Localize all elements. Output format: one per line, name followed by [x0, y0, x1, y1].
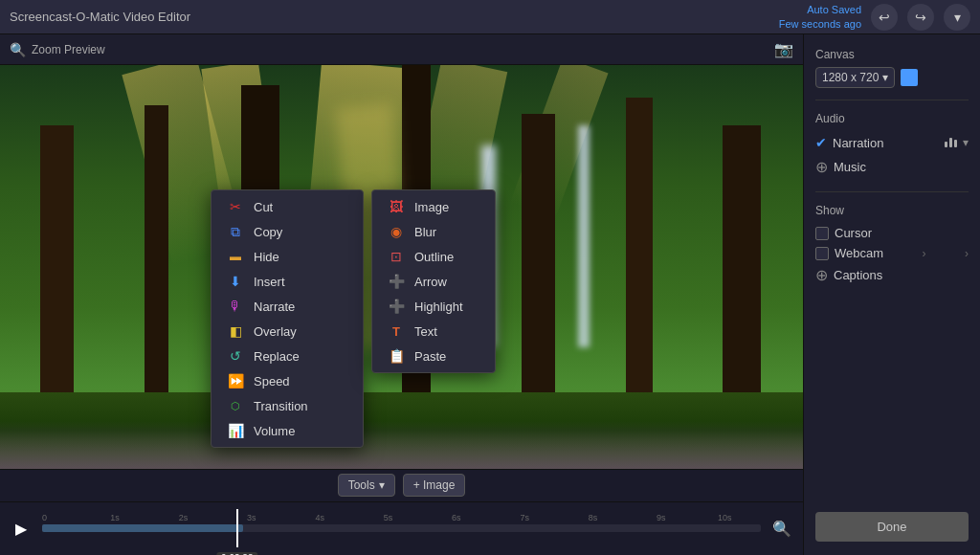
- speed-icon: ⏩: [225, 373, 246, 388]
- menu-item-speed[interactable]: ⏩ Speed: [212, 368, 363, 393]
- blur-label: Blur: [414, 225, 436, 239]
- narration-check: ✔: [815, 135, 827, 150]
- panel-divider-2: [815, 191, 969, 192]
- webcam-row[interactable]: Webcam › ›: [815, 243, 969, 263]
- canvas-chevron: ▾: [882, 71, 888, 84]
- video-area: 🔍 Zoom Preview 📷: [0, 34, 803, 555]
- arrow-icon: ➕: [386, 274, 407, 289]
- captions-row[interactable]: ⊕ Captions: [815, 263, 969, 287]
- speed-label: Speed: [254, 374, 290, 388]
- webcam-checkbox[interactable]: [815, 247, 829, 260]
- flowers: [0, 421, 803, 469]
- menu-item-insert[interactable]: ⬇ Insert: [212, 269, 363, 294]
- tick-4s: 4s: [315, 513, 324, 522]
- audio-section: Audio ✔ Narration ▾ ⊕ Music: [815, 112, 969, 180]
- music-plus: ⊕: [815, 158, 828, 176]
- tick-8s: 8s: [589, 513, 598, 522]
- copy-icon: ⧉: [225, 224, 246, 239]
- right-panel: Canvas 1280 x 720 ▾ Audio ✔ Narration: [803, 34, 980, 555]
- menu-item-replace[interactable]: ↺ Replace: [212, 344, 363, 368]
- captions-plus: ⊕: [815, 266, 828, 284]
- menu-item-copy[interactable]: ⧉ Copy: [212, 219, 363, 244]
- show-section-label: Show: [815, 204, 969, 217]
- tools-label: Tools: [348, 478, 375, 492]
- play-button[interactable]: ▶: [10, 517, 33, 540]
- tick-6s: 6s: [452, 513, 461, 522]
- music-label: Music: [834, 160, 866, 174]
- timeline-track[interactable]: [42, 524, 761, 532]
- submenu-item-arrow[interactable]: ➕ Arrow: [372, 269, 495, 294]
- playhead[interactable]: 0:03.88: [236, 509, 238, 547]
- canvas-color-swatch[interactable]: [901, 69, 918, 86]
- tick-2s: 2s: [179, 513, 189, 522]
- tick-5s: 5s: [384, 513, 393, 522]
- menu-item-hide[interactable]: ▬ Hide: [212, 244, 363, 269]
- autosaved-info: Auto Saved Few seconds ago: [779, 3, 861, 31]
- paste-icon: 📋: [386, 348, 407, 364]
- audio-bar-3: [954, 140, 957, 147]
- menu-button[interactable]: ▾: [944, 4, 970, 31]
- tick-10s: 10s: [718, 513, 732, 522]
- submenu-item-highlight[interactable]: ➕ Highlight: [372, 294, 495, 319]
- submenu: 🖼 Image ◉ Blur ⊡ Outline ➕ Arrow ➕ Hi: [371, 189, 496, 373]
- autosaved-time: Few seconds ago: [779, 17, 861, 31]
- hide-icon: ▬: [225, 249, 246, 264]
- webcam-label: Webcam: [835, 246, 883, 260]
- menu-item-cut[interactable]: ✂ Cut: [212, 194, 363, 219]
- add-image-button[interactable]: + Image: [403, 474, 466, 497]
- menu-item-overlay[interactable]: ◧ Overlay: [212, 319, 363, 344]
- narration-label: Narration: [833, 136, 883, 150]
- transition-icon: ⬡: [225, 398, 246, 413]
- transition-label: Transition: [254, 399, 308, 413]
- image-label: Image: [414, 200, 449, 214]
- arrow-label: Arrow: [414, 275, 447, 289]
- menu-item-volume[interactable]: 📊 Volume: [212, 418, 363, 443]
- submenu-item-blur[interactable]: ◉ Blur: [372, 219, 495, 244]
- audio-level-bars: [945, 138, 957, 147]
- autosaved-label: Auto Saved: [779, 3, 861, 16]
- tick-3s: 3s: [247, 513, 256, 522]
- menu-item-transition[interactable]: ⬡ Transition: [212, 393, 363, 418]
- timeline-ticks: 0 1s 2s 3s 4s 5s 6s 7s 8s 9s 10s: [42, 509, 761, 522]
- highlight-icon: ➕: [386, 299, 407, 314]
- insert-label: Insert: [254, 275, 285, 289]
- tools-button[interactable]: Tools ▾: [338, 474, 395, 497]
- preview-bar: 🔍 Zoom Preview 📷: [0, 34, 803, 65]
- main-layout: 🔍 Zoom Preview 📷: [0, 34, 980, 555]
- submenu-item-paste[interactable]: 📋 Paste: [372, 344, 495, 368]
- text-icon: T: [386, 323, 407, 339]
- timeline-search-button[interactable]: 🔍: [770, 517, 793, 540]
- redo-button[interactable]: ↪: [907, 4, 934, 31]
- copy-label: Copy: [254, 225, 282, 239]
- volume-icon: 📊: [225, 423, 246, 438]
- volume-label: Volume: [254, 424, 295, 438]
- narration-row[interactable]: ✔ Narration ▾: [815, 131, 969, 154]
- cut-icon: ✂: [225, 199, 246, 214]
- undo-button[interactable]: ↩: [871, 4, 898, 31]
- tools-chevron: ▾: [379, 478, 385, 492]
- canvas-row: 1280 x 720 ▾: [815, 67, 969, 88]
- paste-label: Paste: [414, 349, 446, 364]
- blur-icon: ◉: [386, 224, 407, 239]
- cursor-label: Cursor: [835, 226, 872, 240]
- done-button[interactable]: Done: [815, 512, 969, 542]
- menu-item-narrate[interactable]: 🎙 Narrate: [212, 294, 363, 319]
- cursor-row[interactable]: Cursor: [815, 223, 969, 243]
- audio-section-label: Audio: [815, 112, 969, 125]
- music-row[interactable]: ⊕ Music: [815, 154, 969, 180]
- panel-divider-1: [815, 100, 969, 100]
- submenu-item-outline[interactable]: ⊡ Outline: [372, 244, 495, 269]
- canvas-resolution-select[interactable]: 1280 x 720 ▾: [815, 67, 895, 88]
- outline-icon: ⊡: [386, 249, 407, 264]
- timeline-container[interactable]: 0 1s 2s 3s 4s 5s 6s 7s 8s 9s 10s: [42, 509, 761, 547]
- cursor-checkbox[interactable]: [815, 227, 829, 240]
- add-image-label: + Image: [413, 478, 456, 492]
- submenu-item-text[interactable]: T Text: [372, 319, 495, 344]
- preview-label: Zoom Preview: [32, 43, 105, 56]
- outline-label: Outline: [414, 250, 454, 264]
- insert-icon: ⬇: [225, 274, 246, 289]
- submenu-item-image[interactable]: 🖼 Image: [372, 194, 495, 219]
- hide-label: Hide: [254, 250, 279, 264]
- tick-7s: 7s: [520, 513, 529, 522]
- camera-icon[interactable]: 📷: [774, 40, 793, 58]
